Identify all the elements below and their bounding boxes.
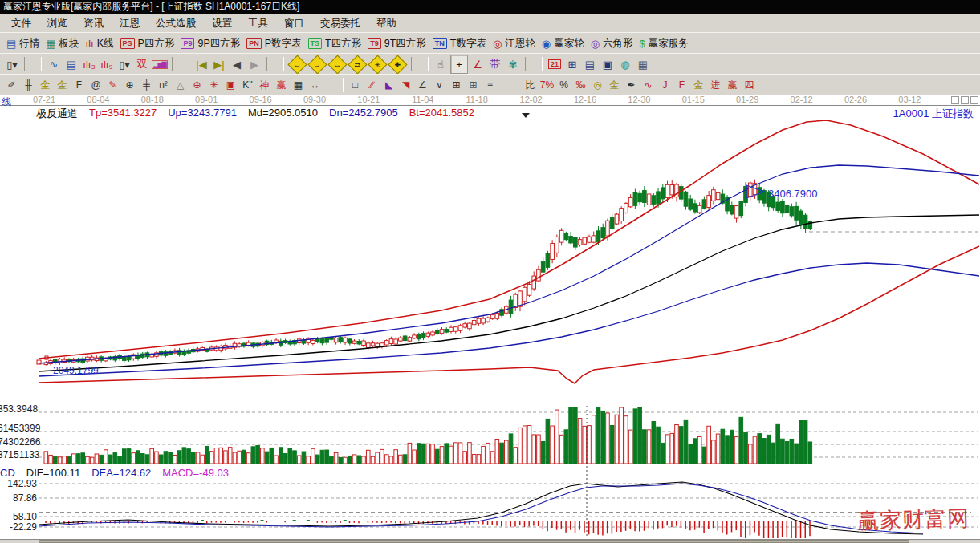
application-window: 赢家江恩专业版[赢家内部服务平台] - [上证指数 SH1A0001-167日K… xyxy=(0,0,980,543)
macd-header-value: DEA=124.62 xyxy=(91,467,151,479)
symbol-label: 1A0001 上证指数 xyxy=(893,107,974,121)
indicator-value: Tp=3541.3227 xyxy=(89,107,157,121)
mdi-restore-icon[interactable] xyxy=(961,96,969,104)
volume-axis-label: 353.3948 xyxy=(0,403,38,415)
chart-canvas[interactable] xyxy=(0,0,980,543)
indicator-name: 极反通道 xyxy=(36,107,78,121)
volume-bars-layer xyxy=(44,407,812,464)
mdi-close-icon[interactable] xyxy=(970,96,978,104)
channel-indicator-header: 极反通道 Tp=3541.3227Up=3243.7791Md=2905.051… xyxy=(36,107,474,121)
volume-axis-label: 74302266 xyxy=(0,436,38,448)
macd-header-value: MACD=-49.03 xyxy=(162,467,229,479)
left-gutter-label: 线 xyxy=(2,95,11,109)
macd-header: CDDIF=100.11DEA=124.62MACD=-49.03 xyxy=(0,467,229,479)
volume-axis-label: 37151133 xyxy=(0,449,38,460)
channel-start-price-label: 2049.1799 xyxy=(53,365,99,376)
candles-layer xyxy=(44,180,812,366)
dropdown-triangle-marker xyxy=(522,113,530,118)
macd-axis-label: 142.93 xyxy=(0,478,37,489)
channel-lines-layer xyxy=(39,120,979,383)
gridlines-layer xyxy=(39,232,978,527)
indicator-value: Up=3243.7791 xyxy=(168,107,237,121)
indicator-value: Bt=2041.5852 xyxy=(409,107,474,121)
indicator-value: Md=2905.0510 xyxy=(248,107,318,121)
mdi-window-buttons[interactable] xyxy=(951,96,978,104)
macd-axis-label: 87.86 xyxy=(0,492,37,504)
indicator-value: Dn=2452.7905 xyxy=(329,107,398,121)
macd-header-value: DIF=100.11 xyxy=(26,467,80,479)
volume-axis-label: 61453399 xyxy=(0,423,38,434)
macd-axis-label: -22.29 xyxy=(0,521,37,533)
markers-layer xyxy=(37,113,764,364)
macd-lines-layer xyxy=(39,482,923,534)
macd-axis-label: 58.10 xyxy=(0,511,37,522)
indicator-values: Tp=3541.3227Up=3243.7791Md=2905.0510Dn=2… xyxy=(89,107,474,121)
watermark: 赢家财富网 xyxy=(857,504,970,536)
mdi-minimize-icon[interactable] xyxy=(951,96,959,104)
macd-header-value: CD xyxy=(0,467,15,479)
high-price-marker-label: 3406.7900 xyxy=(768,188,817,200)
